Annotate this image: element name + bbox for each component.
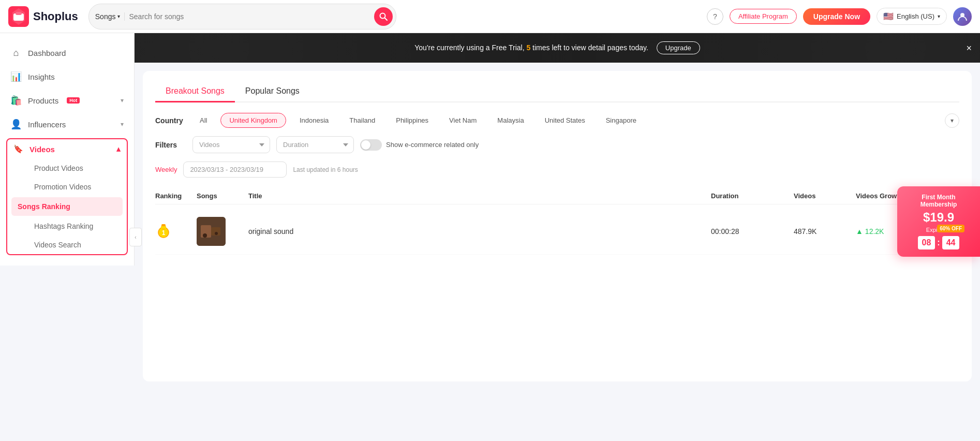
svg-point-15 <box>215 232 218 235</box>
search-input[interactable] <box>129 12 370 21</box>
gold-medal-icon: 1 <box>155 222 172 239</box>
app-header: Shoplus Songs ▾ ? Affiliate Program Upgr… <box>0 0 980 33</box>
search-bar: Songs ▾ <box>88 4 397 30</box>
filters-label: Filters <box>155 141 186 149</box>
sidebar-item-influencers[interactable]: 👤 Influencers ▾ <box>0 112 134 136</box>
sidebar-toggle-button[interactable]: ‹ <box>129 228 142 246</box>
country-malaysia[interactable]: Malaysia <box>490 113 531 127</box>
country-filter-row: Country All United Kingdom Indonesia Tha… <box>155 113 959 128</box>
sidebar-item-products[interactable]: 🛍️ Products Hot ▾ <box>0 89 134 112</box>
products-chevron-icon: ▾ <box>121 97 124 104</box>
tab-popular-songs[interactable]: Popular Songs <box>235 81 310 102</box>
country-all[interactable]: All <box>192 113 214 127</box>
sidebar: ⌂ Dashboard 📊 Insights 🛍️ Products Hot ▾… <box>0 33 135 266</box>
hashtags-ranking-label: Hashtags Ranking <box>34 222 93 230</box>
logo-icon <box>8 6 29 27</box>
search-type-dropdown[interactable]: Songs ▾ <box>95 12 125 21</box>
ecommerce-toggle-label: Show e-commerce related only <box>386 141 479 149</box>
sidebar-wrapper: ⌂ Dashboard 📊 Insights 🛍️ Products Hot ▾… <box>0 33 135 441</box>
sidebar-item-songs-ranking[interactable]: Songs Ranking <box>11 197 123 216</box>
table-row[interactable]: 1 <box>155 209 959 255</box>
svg-point-14 <box>203 233 207 238</box>
country-indonesia[interactable]: Indonesia <box>292 113 336 127</box>
videos-count-value: 487.9K <box>794 227 816 236</box>
sidebar-item-hashtags-ranking[interactable]: Hashtags Ranking <box>7 217 127 236</box>
col-title: Title <box>248 192 711 200</box>
home-icon: ⌂ <box>10 48 22 58</box>
sidebar-dashboard-label: Dashboard <box>28 49 66 57</box>
language-selector[interactable]: 🇺🇸 English (US) ▾ <box>877 8 947 25</box>
rank-cell: 1 <box>155 222 197 241</box>
logo: Shoplus <box>8 6 78 27</box>
song-thumbnail <box>197 217 226 246</box>
ecommerce-toggle[interactable] <box>360 139 382 151</box>
svg-text:1: 1 <box>162 229 166 237</box>
country-thailand[interactable]: Thailand <box>342 113 382 127</box>
countdown-timer: 08 : 44 <box>905 236 972 249</box>
country-united-states[interactable]: United States <box>538 113 592 127</box>
country-expand-button[interactable]: ▾ <box>945 113 959 128</box>
svg-rect-3 <box>16 12 22 15</box>
search-button[interactable] <box>374 7 393 26</box>
sidebar-videos-label: Videos <box>29 145 55 154</box>
sidebar-insights-label: Insights <box>28 72 55 81</box>
videos-search-label: Videos Search <box>34 241 81 249</box>
sidebar-item-videos[interactable]: 🔖 Videos ▴ <box>7 139 127 159</box>
banner-upgrade-button[interactable]: Upgrade <box>657 41 700 54</box>
sidebar-item-videos-search[interactable]: Videos Search <box>7 236 127 254</box>
sidebar-item-product-videos[interactable]: Product Videos <box>7 159 127 178</box>
banner-close-button[interactable]: × <box>966 42 972 53</box>
sidebar-item-dashboard[interactable]: ⌂ Dashboard <box>0 41 134 65</box>
sidebar-item-promotion-videos[interactable]: Promotion Videos <box>7 178 127 196</box>
duration-cell: 00:00:28 <box>711 227 794 236</box>
promo-off-badge: 60% OFF <box>937 225 964 232</box>
trial-count: 5 <box>526 43 530 52</box>
hot-badge: Hot <box>67 97 80 104</box>
affiliate-button[interactable]: Affiliate Program <box>730 9 797 24</box>
chevron-down-icon: ▾ <box>117 13 120 19</box>
timer-separator: : <box>937 238 940 247</box>
country-viet-nam[interactable]: Viet Nam <box>442 113 484 127</box>
songs-ranking-label: Songs Ranking <box>18 202 70 211</box>
videos-cell: 487.9K <box>794 227 856 236</box>
main-content: You're currently using a Free Trial, 5 t… <box>135 33 980 441</box>
weekly-label: Weekly <box>155 166 177 173</box>
country-singapore[interactable]: Singapore <box>599 113 644 127</box>
promotion-videos-label: Promotion Videos <box>34 183 91 191</box>
sidebar-item-insights[interactable]: 📊 Insights <box>0 65 134 89</box>
song-thumbnail-cell <box>197 217 248 246</box>
promo-widget[interactable]: First Month Membership $19.9 60% OFF Exp… <box>897 186 980 257</box>
ecommerce-toggle-container: Show e-commerce related only <box>360 139 479 151</box>
filters-row: Filters Videos Duration Show e-commerce … <box>155 136 959 153</box>
country-philippines[interactable]: Philippines <box>389 113 436 127</box>
banner-text: You're currently using a Free Trial, 5 t… <box>147 41 968 54</box>
col-duration: Duration <box>711 192 794 200</box>
videos-filter-dropdown[interactable]: Videos <box>192 136 270 153</box>
tab-breakout-songs[interactable]: Breakout Songs <box>155 81 235 102</box>
videos-arrow-icon: ▴ <box>116 144 121 154</box>
growth-arrow-icon: ▲ <box>856 227 863 236</box>
svg-rect-10 <box>161 226 166 229</box>
sidebar-collapse-icon: ‹ <box>135 234 136 240</box>
col-videos: Videos <box>794 192 856 200</box>
user-avatar[interactable] <box>953 7 972 26</box>
help-button[interactable]: ? <box>707 8 723 25</box>
tab-bar: Breakout Songs Popular Songs <box>155 81 959 102</box>
duration-filter-dropdown[interactable]: Duration <box>276 136 354 153</box>
products-icon: 🛍️ <box>10 95 22 106</box>
duration-value: 00:00:28 <box>711 227 739 236</box>
toggle-knob <box>361 140 370 150</box>
sidebar-influencers-label: Influencers <box>28 120 66 129</box>
song-title-text: original sound <box>248 227 293 236</box>
help-icon: ? <box>713 12 717 21</box>
product-videos-label: Product Videos <box>34 164 83 172</box>
title-cell: original sound <box>248 227 711 236</box>
country-united-kingdom[interactable]: United Kingdom <box>220 113 286 128</box>
last-updated-text: Last updated in 6 hours <box>293 166 358 173</box>
logo-text: Shoplus <box>33 10 78 23</box>
search-icon <box>379 12 388 21</box>
date-range-dropdown[interactable]: 2023/03/13 - 2023/03/19 <box>183 161 287 178</box>
upgrade-now-button[interactable]: Upgrade Now <box>803 8 870 25</box>
influencers-icon: 👤 <box>10 119 22 130</box>
videos-icon: 🔖 <box>13 144 23 154</box>
